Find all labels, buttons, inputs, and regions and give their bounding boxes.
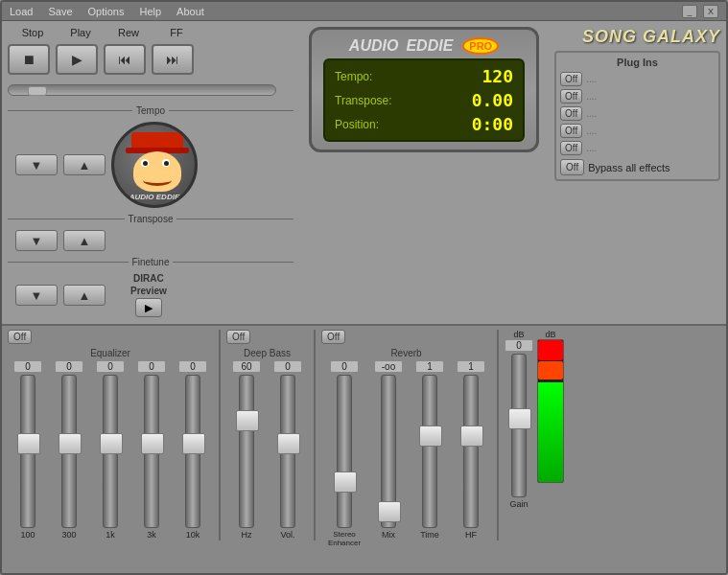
transport-buttons: ⏹ ▶ ⏮ ⏭ — [8, 44, 294, 75]
display-unit: AUDIO EDDIE PRO Tempo: 120 Transpose: 0.… — [309, 27, 539, 152]
vu-meter — [537, 339, 564, 483]
gain-section: dB 0 Gain dB — [505, 330, 564, 509]
audio-eddie-logo: AUDIO EDDIE — [111, 122, 198, 208]
rew-label: Rew — [107, 27, 150, 38]
dirac-label: DIRAC — [133, 273, 164, 284]
eq-track-1k[interactable] — [103, 375, 118, 528]
menu-help[interactable]: Help — [139, 6, 161, 17]
plugin-2-off-button[interactable]: Off — [560, 89, 582, 104]
tempo-up-button[interactable]: ▲ — [63, 154, 106, 175]
position-lcd-label: Position: — [335, 118, 379, 131]
finetune-up-button[interactable]: ▲ — [63, 285, 106, 306]
eq-track-10k[interactable] — [185, 375, 200, 528]
gain-label: Gain — [509, 499, 528, 509]
slider-thumb — [28, 86, 47, 96]
song-galaxy-brand: SONG GALAXY — [554, 27, 720, 47]
dirac-preview-label: Preview — [130, 286, 167, 296]
eq-value-300: 0 — [55, 360, 83, 373]
tempo-section-label: Tempo — [136, 105, 165, 116]
stop-label: Stop — [12, 27, 54, 38]
eddie-brand: EDDIE — [406, 37, 453, 55]
lcd-screen: Tempo: 120 Transpose: 0.00 Position: 0:0… — [323, 58, 525, 142]
left-panel: Stop Play Rew FF ⏹ ▶ ⏮ ⏭ Tempo — [2, 21, 299, 324]
gain-value: 0 — [505, 339, 533, 352]
transpose-down-button[interactable]: ▼ — [15, 230, 58, 251]
bass-value-hz: 60 — [232, 360, 261, 373]
display-header: AUDIO EDDIE PRO — [349, 37, 499, 55]
menu-load[interactable]: Load — [10, 6, 33, 17]
reverb-label-hf: HF — [465, 530, 477, 540]
dirac-play-button[interactable]: ▶ — [135, 298, 162, 317]
content-area: Stop Play Rew FF ⏹ ▶ ⏮ ⏭ Tempo — [2, 21, 726, 324]
eq-value-100: 0 — [13, 360, 42, 373]
bass-track-hz[interactable] — [239, 375, 254, 528]
transpose-up-button[interactable]: ▲ — [63, 230, 106, 251]
plugin-4-dots: .... — [586, 126, 597, 136]
eq-track-100[interactable] — [20, 375, 35, 528]
bass-label-hz: Hz — [242, 530, 252, 540]
position-row: Position: 0:00 — [335, 114, 513, 134]
eq-value-3k: 0 — [137, 360, 166, 373]
plugin-row-1: Off .... — [560, 72, 715, 86]
bass-label-vol: Vol. — [280, 530, 294, 540]
reverb-track-hf[interactable] — [463, 375, 479, 528]
ff-button[interactable]: ⏭ — [152, 44, 194, 75]
reverb-value-mix: -oo — [374, 360, 403, 373]
audio-brand: AUDIO — [349, 37, 399, 55]
plugin-3-off-button[interactable]: Off — [560, 106, 582, 121]
plugin-3-dots: .... — [586, 108, 597, 119]
divider-2 — [314, 330, 316, 540]
eq-track-300[interactable] — [61, 375, 77, 528]
eq-value-10k: 0 — [178, 360, 207, 373]
position-slider[interactable] — [8, 84, 276, 96]
reverb-fader-time: 1 Time — [410, 360, 450, 547]
finetune-section-label: Finetune — [132, 257, 170, 267]
bass-track-vol[interactable] — [280, 375, 295, 528]
menu-about[interactable]: About — [176, 6, 204, 17]
vu-green — [538, 382, 563, 482]
reverb-track-stereo[interactable] — [337, 375, 352, 528]
reverb-off-button[interactable]: Off — [321, 330, 345, 344]
eq-label-300: 300 — [61, 530, 76, 540]
eq-track-3k[interactable] — [144, 375, 159, 528]
menu-save[interactable]: Save — [48, 6, 72, 17]
plugin-row-4: Off .... — [560, 124, 715, 138]
eq-fader-10k: 0 10k — [173, 360, 213, 540]
menu-options[interactable]: Options — [88, 6, 125, 17]
gain-track[interactable] — [511, 354, 527, 497]
eq-off-button[interactable]: Off — [8, 330, 32, 344]
bass-off-button[interactable]: Off — [226, 330, 250, 344]
transport-labels: Stop Play Rew FF — [12, 27, 294, 38]
reverb-value-time: 1 — [415, 360, 444, 373]
plug-ins-section: Plug Ins Off .... Off .... Off .... Off … — [554, 51, 720, 181]
reverb-track-time[interactable] — [422, 375, 437, 528]
reverb-track-mix[interactable] — [381, 375, 396, 528]
bypass-off-button[interactable]: Off — [560, 159, 584, 175]
eq-label-3k: 3k — [147, 530, 156, 540]
reverb-label: Reverb — [321, 348, 491, 358]
plugin-row-2: Off .... — [560, 89, 715, 104]
eq-label: Equalizer — [8, 348, 213, 358]
minimize-button[interactable]: _ — [682, 5, 697, 18]
tempo-down-button[interactable]: ▼ — [15, 154, 58, 175]
plugin-2-dots: .... — [586, 91, 597, 102]
plugin-4-off-button[interactable]: Off — [560, 124, 582, 138]
stop-button[interactable]: ⏹ — [8, 44, 50, 75]
bass-section: Off Deep Bass 60 Hz 0 Vol — [226, 330, 308, 540]
plugin-5-dots: .... — [586, 143, 597, 153]
ff-label: FF — [155, 27, 198, 38]
reverb-faders: 0 StereoEnhancer -oo Mix 1 — [321, 360, 491, 547]
title-bar: Load Save Options Help About _ X — [2, 2, 726, 21]
eq-value-1k: 0 — [96, 360, 125, 373]
plugin-5-off-button[interactable]: Off — [560, 141, 582, 155]
eq-fader-3k: 0 3k — [131, 360, 172, 540]
eq-label-100: 100 — [20, 530, 35, 540]
eq-label-1k: 1k — [106, 530, 115, 540]
finetune-down-button[interactable]: ▼ — [15, 285, 58, 306]
plugin-1-dots: .... — [586, 74, 597, 84]
plugin-1-off-button[interactable]: Off — [560, 72, 582, 86]
close-button[interactable]: X — [703, 5, 718, 18]
rew-button[interactable]: ⏮ — [104, 44, 146, 75]
reverb-fader-hf: 1 HF — [451, 360, 491, 547]
play-button[interactable]: ▶ — [56, 44, 98, 75]
